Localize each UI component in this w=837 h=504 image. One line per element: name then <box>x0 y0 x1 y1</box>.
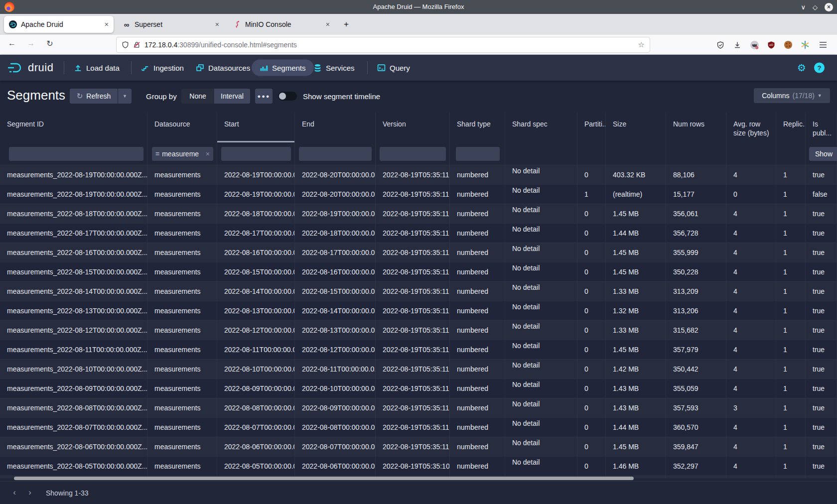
cell-version: 2022-08-19T05:35:11.4... <box>376 301 450 320</box>
druid-logo[interactable]: druid <box>7 61 53 74</box>
filter-cell-end <box>295 142 376 165</box>
shield-permissions-icon[interactable] <box>122 41 129 49</box>
nav-item-load-data[interactable]: Load data <box>74 64 120 72</box>
column-header-size[interactable]: Size <box>606 112 666 142</box>
nav-item-datasources[interactable]: Datasources <box>196 64 250 72</box>
cell-shard_type: numbered <box>450 185 505 204</box>
tab-close-icon[interactable]: × <box>322 20 330 28</box>
column-header-start[interactable]: Start <box>217 112 295 142</box>
table-row[interactable]: measurements_2022-08-11T00:00:00.000Z...… <box>0 340 837 359</box>
column-header-version[interactable]: Version <box>376 112 450 142</box>
segment-timeline-toggle[interactable] <box>278 92 297 101</box>
filter-input-segment_id[interactable] <box>9 147 143 161</box>
table-row[interactable]: measurements_2022-08-09T00:00:00.000Z...… <box>0 378 837 398</box>
toggle-knob <box>279 93 286 100</box>
filter-input-shard_type[interactable] <box>456 147 500 161</box>
nav-item-query[interactable]: Query <box>377 64 410 72</box>
column-header-shard_spec[interactable]: Shard spec <box>505 112 577 142</box>
nav-item-segments-active[interactable]: Segments <box>252 60 314 76</box>
table-row[interactable]: measurements_2022-08-13T00:00:00.000Z...… <box>0 301 837 320</box>
tab-apache-druid[interactable]: Apache Druid × <box>4 16 114 33</box>
column-header-avg_row_size[interactable]: Avg. row size (bytes) <box>726 112 776 142</box>
reload-icon[interactable]: ↻ <box>44 39 56 48</box>
load-data-icon <box>74 64 82 72</box>
table-row[interactable]: measurements_2022-08-18T00:00:00.000Z...… <box>0 204 837 223</box>
tab-minio[interactable]: MinIO Console × <box>228 16 335 33</box>
help-icon[interactable]: ? <box>814 63 825 73</box>
browser-toolbar: ← → ↻ 172.18.0.4:30899/unified-console.h… <box>0 35 837 55</box>
more-options-button[interactable]: ●●● <box>255 89 273 104</box>
proxy-mask-icon[interactable] <box>749 40 759 50</box>
url-bar[interactable]: 172.18.0.4:30899/unified-console.html#se… <box>116 37 650 53</box>
filter-input-version[interactable] <box>380 147 446 161</box>
column-header-segment_id[interactable]: Segment ID <box>0 112 147 142</box>
protection-shield-icon[interactable] <box>715 40 725 50</box>
refresh-button[interactable]: ↻ Refresh <box>70 89 118 104</box>
hamburger-menu-icon[interactable] <box>818 40 828 50</box>
table-row[interactable]: measurements_2022-08-08T00:00:00.000Z...… <box>0 398 837 417</box>
cookie-icon[interactable] <box>783 40 793 50</box>
horizontal-scrollbar[interactable] <box>14 477 634 480</box>
cell-replication: 1 <box>776 418 806 437</box>
prev-page-icon[interactable]: ‹ <box>10 488 19 498</box>
cell-shard_spec: No detail <box>505 165 577 184</box>
column-header-partition[interactable]: Partiti... <box>577 112 606 142</box>
table-row[interactable]: measurements_2022-08-05T00:00:00.000Z...… <box>0 456 837 476</box>
settings-gear-icon[interactable]: ⚙ <box>797 63 806 73</box>
window-titlebar: Apache Druid — Mozilla Firefox ∨ ◇ × <box>0 0 837 14</box>
filter-cell-version <box>376 142 450 165</box>
cell-datasource: measurements <box>147 204 217 223</box>
refresh-dropdown-button[interactable]: ▼ <box>118 89 132 104</box>
cell-start: 2022-08-19T00:00:00.0... <box>217 165 295 184</box>
group-by-none-button[interactable]: None <box>181 89 214 104</box>
container-snowflake-icon[interactable] <box>800 40 810 50</box>
insecure-lock-icon[interactable] <box>133 41 140 49</box>
table-row[interactable]: measurements_2022-08-19T00:00:00.000Z...… <box>0 184 837 204</box>
table-row[interactable]: measurements_2022-08-16T00:00:00.000Z...… <box>0 243 837 262</box>
tab-close-icon[interactable]: × <box>211 20 219 28</box>
window-minimize-icon[interactable]: ∨ <box>801 4 806 10</box>
nav-item-ingestion[interactable]: Ingestion <box>141 64 184 72</box>
filter-input-end[interactable] <box>299 147 372 161</box>
column-header-end[interactable]: End <box>295 112 376 142</box>
column-header-datasource[interactable]: Datasource <box>147 112 217 142</box>
cell-shard_type: numbered <box>450 379 505 398</box>
ublock-icon[interactable]: uO <box>766 40 776 50</box>
column-header-shard_type[interactable]: Shard type <box>450 112 505 142</box>
bookmark-star-icon[interactable]: ☆ <box>638 40 645 49</box>
tab-superset[interactable]: ∞ Superset × <box>118 16 224 33</box>
new-tab-button[interactable]: + <box>340 18 353 31</box>
column-header-num_rows[interactable]: Num rows <box>666 112 726 142</box>
table-row[interactable]: measurements_2022-08-14T00:00:00.000Z...… <box>0 281 837 301</box>
group-by-interval-button[interactable]: Interval <box>214 89 250 104</box>
table-row[interactable]: measurements_2022-08-15T00:00:00.000Z...… <box>0 262 837 281</box>
cell-num_rows: 359,847 <box>666 437 726 456</box>
show-filter-button[interactable]: Show <box>809 147 837 161</box>
nav-item-services[interactable]: Services <box>313 64 355 72</box>
cell-shard_spec: No detail <box>505 457 577 476</box>
back-icon[interactable]: ← <box>6 39 18 48</box>
filter-input-start[interactable] <box>221 147 291 161</box>
table-row[interactable]: measurements_2022-08-17T00:00:00.000Z...… <box>0 223 837 243</box>
table-row[interactable]: measurements_2022-08-19T00:00:00.000Z...… <box>0 165 837 184</box>
downloads-icon[interactable] <box>732 40 742 50</box>
cell-version: 2022-08-19T05:35:11.5... <box>376 282 450 301</box>
table-row[interactable]: measurements_2022-08-12T00:00:00.000Z...… <box>0 320 837 340</box>
column-header-is_published[interactable]: Is publ... <box>806 112 837 142</box>
cell-start: 2022-08-07T00:00:00.0... <box>217 418 295 437</box>
cell-shard_type: numbered <box>450 457 505 476</box>
clear-filter-icon[interactable]: × <box>206 150 210 158</box>
window-close-icon[interactable]: × <box>825 3 833 11</box>
window-restore-icon[interactable]: ◇ <box>813 4 818 10</box>
columns-button[interactable]: Columns (17/18) ▼ <box>754 88 830 103</box>
column-header-replication[interactable]: Replic... <box>776 112 806 142</box>
tab-close-icon[interactable]: × <box>101 20 109 28</box>
cell-version: 2022-08-19T05:35:10.9... <box>376 457 450 476</box>
table-row[interactable]: measurements_2022-08-07T00:00:00.000Z...… <box>0 417 837 437</box>
table-row[interactable]: measurements_2022-08-06T00:00:00.000Z...… <box>0 437 837 456</box>
cell-partition: 0 <box>577 418 606 437</box>
filter-cell-replication <box>776 142 806 165</box>
next-page-icon[interactable]: › <box>25 488 34 498</box>
table-row[interactable]: measurements_2022-08-10T00:00:00.000Z...… <box>0 359 837 378</box>
filter-input-datasource[interactable]: =measureme× <box>152 147 213 161</box>
